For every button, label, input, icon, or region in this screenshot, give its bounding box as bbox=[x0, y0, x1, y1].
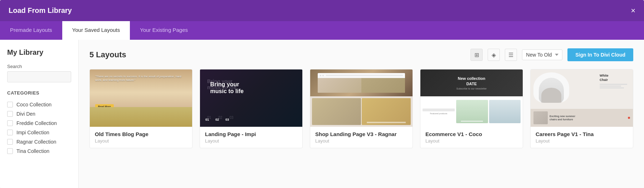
category-item-divi-den[interactable]: Divi Den bbox=[7, 109, 71, 119]
category-item-tina[interactable]: Tina Collection bbox=[7, 146, 71, 156]
layout-name-1: Old Times Blog Page bbox=[95, 131, 187, 137]
load-from-library-modal: Load From Library × Premade Layouts Your… bbox=[0, 0, 644, 188]
layout-info-4: Ecommerce V1 - Coco Layout bbox=[420, 127, 523, 148]
layout-thumbnail-5: WhiteChair Exciting new summerchairs and… bbox=[531, 69, 633, 127]
layout-info-5: Careers Page V1 - Tina Layout bbox=[531, 127, 633, 148]
category-label-freddie: Freddie Collection bbox=[16, 120, 57, 126]
layout-type-1: Layout bbox=[95, 138, 187, 144]
layout-info-1: Old Times Blog Page Layout bbox=[90, 127, 192, 148]
layouts-grid: "There are no secrets to success. It is … bbox=[89, 69, 633, 148]
modal-body: My Library Search Categories Coco Collec… bbox=[0, 40, 644, 188]
layout-name-3: Shop Landing Page V3 - Ragnar bbox=[315, 131, 408, 137]
category-label-coco: Coco Collection bbox=[16, 102, 52, 107]
category-item-freddie[interactable]: Freddie Collection bbox=[7, 119, 71, 128]
layout-thumbnail-1: "There are no secrets to success. It is … bbox=[90, 69, 192, 127]
layout-thumbnail-4: New collectionDATE Subscribe to our news… bbox=[420, 69, 523, 127]
layout-type-5: Layout bbox=[536, 138, 628, 144]
divi-cloud-button[interactable]: Sign In To Divi Cloud bbox=[567, 48, 633, 61]
main-content: 5 Layouts ⊞ ◈ ☰ New To Old Old To New A-… bbox=[79, 40, 644, 188]
sidebar-title: My Library bbox=[7, 48, 71, 57]
category-label-divi-den: Divi Den bbox=[16, 111, 35, 117]
category-item-coco[interactable]: Coco Collection bbox=[7, 100, 71, 109]
thumb-quote-text: "There are no secrets to success. It is … bbox=[95, 75, 187, 82]
category-item-impi[interactable]: Impi Collection bbox=[7, 128, 71, 137]
search-input[interactable] bbox=[7, 71, 71, 82]
grid-icon: ⊞ bbox=[474, 52, 479, 58]
layout-card-careers-tina[interactable]: WhiteChair Exciting new summerchairs and… bbox=[530, 69, 633, 148]
layout-name-2: Landing Page - Impi bbox=[205, 131, 297, 137]
layout-type-2: Layout bbox=[205, 138, 297, 144]
close-button[interactable]: × bbox=[631, 7, 635, 15]
tabs-bar: Premade Layouts Your Saved Layouts Your … bbox=[0, 21, 644, 40]
category-checkbox-freddie[interactable] bbox=[7, 120, 13, 126]
list-view-button[interactable]: ☰ bbox=[505, 49, 517, 61]
category-checkbox-ragnar[interactable] bbox=[7, 139, 13, 145]
layout-name-4: Ecommerce V1 - Coco bbox=[425, 131, 518, 137]
layout-type-4: Layout bbox=[425, 138, 518, 144]
layout-info-3: Shop Landing Page V3 - Ragnar Layout bbox=[310, 127, 413, 148]
filter-button[interactable]: ◈ bbox=[488, 49, 500, 61]
category-checkbox-impi[interactable] bbox=[7, 130, 13, 135]
modal-title: Load From Library bbox=[9, 6, 72, 15]
filter-icon: ◈ bbox=[492, 52, 496, 58]
category-checkbox-divi-den[interactable] bbox=[7, 111, 13, 117]
category-label-ragnar: Ragnar Collection bbox=[16, 139, 56, 145]
grid-view-button[interactable]: ⊞ bbox=[470, 49, 483, 61]
layout-card-shop-ragnar[interactable]: Shop Landing Page V3 - Ragnar Layout bbox=[310, 69, 413, 148]
category-checkbox-coco[interactable] bbox=[7, 102, 13, 107]
layout-card-landing-impi[interactable]: Bring yourmusic to life 01 02 03 Bring y… bbox=[200, 69, 303, 148]
list-icon: ☰ bbox=[508, 52, 513, 58]
category-label-impi: Impi Collection bbox=[16, 130, 49, 135]
layout-type-3: Layout bbox=[315, 138, 408, 144]
tab-premade-layouts[interactable]: Premade Layouts bbox=[0, 21, 62, 40]
layout-card-ecommerce-coco[interactable]: New collectionDATE Subscribe to our news… bbox=[420, 69, 523, 148]
toolbar: 5 Layouts ⊞ ◈ ☰ New To Old Old To New A-… bbox=[89, 48, 633, 61]
categories-title: Categories bbox=[7, 90, 71, 96]
layout-thumbnail-3 bbox=[310, 69, 413, 127]
tab-existing-pages[interactable]: Your Existing Pages bbox=[130, 21, 198, 40]
layout-name-5: Careers Page V1 - Tina bbox=[536, 131, 628, 137]
category-item-ragnar[interactable]: Ragnar Collection bbox=[7, 137, 71, 146]
search-label: Search bbox=[7, 64, 71, 69]
tab-saved-layouts[interactable]: Your Saved Layouts bbox=[62, 21, 130, 40]
layout-info-2: Landing Page - Impi Layout bbox=[200, 127, 302, 148]
layouts-count: 5 Layouts bbox=[89, 50, 465, 59]
thumb-landscape bbox=[90, 107, 192, 127]
sidebar: My Library Search Categories Coco Collec… bbox=[0, 40, 79, 188]
modal-header: Load From Library × bbox=[0, 0, 644, 21]
category-label-tina: Tina Collection bbox=[16, 148, 49, 154]
sort-select[interactable]: New To Old Old To New A-Z Z-A bbox=[522, 49, 562, 60]
layout-thumbnail-2: Bring yourmusic to life 01 02 03 Bring y… bbox=[200, 69, 302, 127]
layout-card-old-times-blog[interactable]: "There are no secrets to success. It is … bbox=[89, 69, 192, 148]
category-checkbox-tina[interactable] bbox=[7, 148, 13, 154]
